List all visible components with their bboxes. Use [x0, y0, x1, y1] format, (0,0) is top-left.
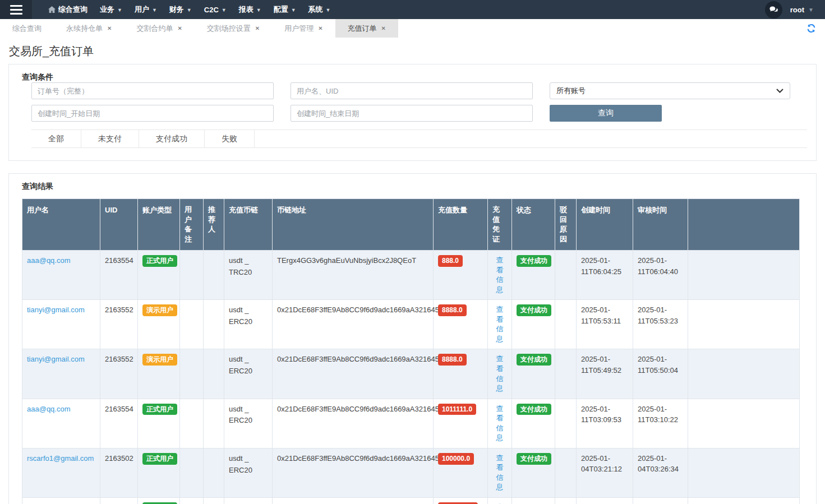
user-menu[interactable]: root ▼ [790, 6, 814, 14]
status-filter-3[interactable]: 支付成功 [139, 130, 205, 147]
referrer-cell [204, 448, 224, 497]
tab-5[interactable]: 用户管理✕ [272, 19, 335, 38]
uid-cell: 2163552 [100, 349, 138, 399]
nav-item-1[interactable]: 业务▼ [94, 0, 128, 19]
account-type-select[interactable]: 所有账号 [550, 82, 790, 99]
audited-at-cell: 2025-01-04T03:26:34 [633, 448, 688, 497]
nav-item-label: 用户 [135, 4, 149, 15]
username-link[interactable]: aaa@qq.com [27, 256, 71, 265]
column-header: 币链地址 [273, 199, 434, 251]
table-row: aaa@qq.com2163554正式用户usdt _TRC20TErgx4GG… [22, 251, 800, 300]
column-header: 创建时间 [577, 199, 633, 251]
date-end-input[interactable] [291, 105, 533, 122]
uid-cell: 2163552 [100, 300, 138, 349]
tab-3[interactable]: 交割合约单✕ [124, 19, 194, 38]
chevron-down-icon: ▼ [187, 7, 192, 13]
address-cell: 0x21DcE68F3ffE9Ab8CC9f6d9adc1669aA321645… [273, 300, 434, 349]
close-icon[interactable]: ✕ [177, 25, 182, 31]
audited-at-cell: 2025-01-11T06:04:40 [633, 251, 688, 300]
view-info-link[interactable]: 查看信息 [496, 453, 504, 492]
uid-cell: 2163502 [100, 448, 138, 497]
tab-label: 用户管理 [284, 24, 314, 34]
created-at-cell: 2025-01-11T05:49:52 [577, 349, 633, 399]
username-link[interactable]: tianyi@gmail.com [27, 355, 85, 363]
status-filter-1[interactable]: 全部 [31, 130, 81, 147]
reject-reason-cell [555, 399, 577, 448]
table-row: aaa@qq.com2163554正式用户usdt _ERC200x21DcE6… [22, 399, 800, 448]
nav-item-5[interactable]: 报表▼ [233, 0, 268, 19]
chevron-down-icon: ▼ [152, 7, 157, 13]
account-type-badge: 正式用户 [142, 453, 177, 465]
status-badge: 支付成功 [517, 304, 551, 316]
tab-4[interactable]: 交割场控设置✕ [195, 19, 272, 38]
home-icon [48, 6, 56, 13]
close-icon[interactable]: ✕ [381, 25, 386, 31]
username-link[interactable]: tianyi@gmail.com [27, 306, 85, 314]
nav-item-2[interactable]: 用户▼ [128, 0, 163, 19]
account-type-badge: 演示用户 [142, 304, 177, 316]
amount-badge: 8888.0 [438, 354, 467, 366]
audited-at-cell: 2025-01-11T03:10:22 [633, 399, 688, 448]
amount-badge: 888.0 [438, 255, 463, 267]
view-info-link[interactable]: 查看信息 [496, 304, 504, 344]
column-header: 充值币链 [224, 199, 273, 251]
referrer-cell [204, 399, 224, 448]
view-info-link[interactable]: 查看信息 [496, 354, 504, 393]
refresh-button[interactable] [798, 19, 825, 38]
username-link[interactable]: rscarfo1@gmail.com [27, 454, 94, 463]
view-info-link[interactable]: 查看信息 [496, 255, 504, 294]
uid-cell: 2163554 [100, 399, 138, 448]
close-icon[interactable]: ✕ [255, 25, 260, 31]
nav-item-home[interactable]: 综合查询 [42, 0, 94, 19]
hamburger-menu-icon[interactable] [0, 0, 32, 19]
chain-cell: usdt _ERC20 [224, 448, 273, 497]
reject-reason-cell [555, 251, 577, 300]
account-type-badge: 演示用户 [142, 354, 177, 366]
status-filter-4[interactable]: 失败 [205, 130, 255, 147]
tab-label: 交割合约单 [136, 24, 173, 34]
nav-item-6[interactable]: 配置▼ [268, 0, 302, 19]
chain-cell: usdt _ERC20 [224, 399, 273, 448]
query-panel-title: 查询条件 [9, 64, 816, 82]
nav-item-4[interactable]: C2C▼ [198, 0, 233, 19]
column-header: 充值凭证 [488, 199, 512, 251]
close-icon[interactable]: ✕ [107, 25, 112, 31]
status-badge: 支付成功 [517, 404, 551, 415]
results-panel-title: 查询结果 [9, 174, 816, 192]
created-at-cell: 2024-12-19T00:18:29 [577, 497, 633, 504]
tab-label: 充值订单 [348, 24, 377, 34]
close-icon[interactable]: ✕ [318, 25, 322, 31]
nav-item-label: 系统 [308, 4, 323, 15]
nav-item-7[interactable]: 系统▼ [302, 0, 337, 19]
status-badge: 支付成功 [517, 453, 551, 465]
user-note-cell [180, 251, 204, 300]
nav-item-label: C2C [204, 6, 219, 14]
username-link[interactable]: aaa@qq.com [27, 405, 71, 413]
chevron-down-icon: ▼ [117, 7, 122, 13]
tab-1[interactable]: 综合查询 [0, 19, 54, 38]
order-no-input[interactable] [31, 82, 274, 99]
created-at-cell: 2025-01-11T03:09:53 [577, 399, 633, 448]
open-tabs-bar: 综合查询永续持仓单✕交割合约单✕交割场控设置✕用户管理✕充值订单✕ [0, 19, 825, 38]
username-uid-input[interactable] [291, 82, 533, 99]
view-info-link[interactable]: 查看信息 [496, 404, 504, 443]
tab-6[interactable]: 充值订单✕ [335, 19, 398, 38]
account-type-badge: 正式用户 [142, 404, 177, 415]
tab-2[interactable]: 永续持仓单✕ [54, 19, 124, 38]
referrer-cell [204, 300, 224, 349]
query-panel: 查询条件 所有账号 查询 全部未支付支付成功失败 [8, 64, 817, 161]
nav-item-label: 业务 [100, 4, 114, 15]
empty-cell [688, 251, 800, 300]
address-cell: 0x21DcE68F3ffE9Ab8CC9f6d9adc1669aA321645… [273, 399, 434, 448]
date-start-input[interactable] [31, 105, 274, 122]
status-filter-2[interactable]: 未支付 [81, 130, 139, 147]
column-header: 状态 [512, 199, 555, 251]
chain-cell: usdt _TRC20 [224, 251, 273, 300]
chat-button[interactable] [765, 1, 782, 19]
uid-cell: 2163533 [100, 497, 138, 504]
search-button[interactable]: 查询 [550, 105, 662, 122]
results-panel: 查询结果 用户名UID账户类型用户备注推荐人充值币链币链地址充值数量充值凭证状态… [8, 173, 817, 504]
page-title: 交易所_充值订单 [9, 44, 816, 59]
nav-item-3[interactable]: 财务▼ [163, 0, 198, 19]
account-select-value: 所有账号 [556, 86, 586, 96]
